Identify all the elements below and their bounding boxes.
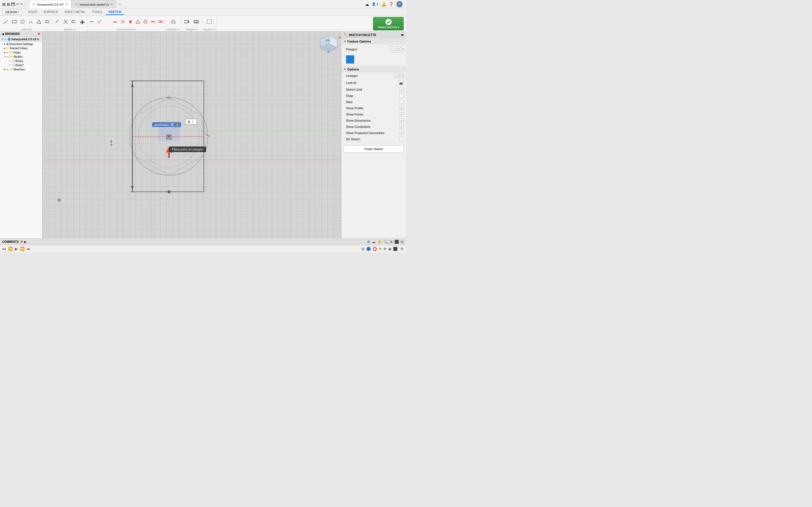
tab-sketch[interactable]: SKETCH bbox=[106, 9, 124, 15]
circle-tool[interactable] bbox=[18, 17, 27, 27]
select-1[interactable] bbox=[205, 17, 214, 27]
line-tool[interactable] bbox=[2, 17, 10, 27]
finish-sketch-palette-btn[interactable]: Finish Sketch bbox=[344, 145, 404, 153]
show-constraints-checkbox[interactable]: ✓ bbox=[400, 125, 404, 129]
comments-expand[interactable]: ▶ bbox=[24, 240, 27, 243]
snap-row[interactable]: Snap bbox=[342, 93, 406, 99]
bodies-eye-icon[interactable]: 👁 bbox=[7, 55, 9, 58]
sketchgrid-checkbox[interactable]: ✓ bbox=[400, 88, 404, 92]
canvas-tool-grid[interactable]: ⊞ bbox=[390, 240, 393, 244]
browser-item-named-views[interactable]: ▶ 📁 Named Views bbox=[0, 46, 42, 50]
status-tool-6[interactable]: ◉ bbox=[388, 247, 391, 251]
show-points-row[interactable]: Show Points ✓ bbox=[342, 111, 406, 117]
linetype-btn-2[interactable] bbox=[399, 73, 404, 78]
app-menu-icon[interactable]: ▤ bbox=[7, 2, 10, 6]
status-settings[interactable]: ⚙ bbox=[400, 247, 404, 251]
tab-sheet-metal[interactable]: SHEET METAL bbox=[61, 9, 88, 15]
view-cube[interactable]: TOP X Z bbox=[317, 34, 340, 56]
app-grid-icon[interactable]: ⊞ bbox=[2, 2, 6, 6]
dim-more-icon[interactable]: ⋮ bbox=[191, 120, 194, 124]
slice-checkbox[interactable] bbox=[400, 100, 404, 104]
playback-start[interactable]: ⏮ bbox=[2, 247, 6, 251]
tab-surface[interactable]: SURFACE bbox=[41, 9, 61, 15]
browser-item-doc-settings[interactable]: ▶ ⚙ Document Settings bbox=[0, 42, 42, 46]
show-dimensions-row[interactable]: Show Dimensions ✓ bbox=[342, 117, 406, 124]
show-projected-checkbox[interactable]: ✓ bbox=[400, 131, 404, 135]
constraint-10[interactable] bbox=[157, 17, 164, 27]
trim-tool[interactable] bbox=[62, 17, 70, 27]
tab-tools[interactable]: TOOLS bbox=[89, 9, 105, 15]
show-constraints-row[interactable]: Show Constraints ✓ bbox=[342, 124, 406, 130]
browser-item-sketches[interactable]: ▶ 👁 📁 Sketches bbox=[0, 67, 42, 71]
move-tool[interactable] bbox=[78, 17, 86, 27]
playback-prev[interactable]: ⏪ bbox=[8, 247, 13, 251]
browser-item-root[interactable]: ▼ 👁 🔷 honeycomb 2.0 v3 ⚙ bbox=[0, 37, 42, 42]
body1-eye-icon[interactable]: 👁 bbox=[8, 60, 11, 62]
status-tool-5[interactable]: ⊕ bbox=[384, 247, 387, 251]
rect-tool[interactable] bbox=[10, 17, 18, 27]
insert-2[interactable]: IMG bbox=[192, 17, 201, 27]
comments-pin[interactable]: 📌 bbox=[20, 240, 23, 243]
history-icon[interactable]: ⋯ bbox=[24, 2, 27, 6]
slice-row[interactable]: Slice bbox=[342, 99, 406, 105]
undo-icon[interactable]: ↩ bbox=[16, 2, 19, 6]
redo-icon[interactable]: ↪ bbox=[20, 2, 22, 6]
feature-options-header[interactable]: ▼ Feature Options bbox=[342, 38, 406, 45]
body2-eye-icon[interactable]: 👁 bbox=[8, 64, 11, 67]
show-profile-checkbox[interactable]: ✓ bbox=[400, 106, 404, 110]
tab2-close[interactable]: ✕ bbox=[110, 3, 113, 6]
triangle-tool[interactable] bbox=[35, 17, 43, 27]
polygon-inscribed-btn[interactable] bbox=[398, 46, 404, 52]
canvas-tool-zoom[interactable]: 🔍 bbox=[384, 240, 388, 244]
arc-tool[interactable] bbox=[27, 17, 35, 27]
user-avatar[interactable]: JP bbox=[396, 1, 403, 7]
origin-eye-icon[interactable]: 👁 bbox=[6, 51, 9, 54]
options-header[interactable]: ▼ Options bbox=[342, 66, 406, 72]
status-tool-4[interactable]: ✕ bbox=[378, 247, 382, 251]
canvas-tool-pan[interactable]: ✋ bbox=[377, 240, 382, 244]
inspect-1[interactable] bbox=[168, 17, 179, 27]
dimension-input[interactable]: 6 ⋮ bbox=[186, 119, 197, 124]
sketches-eye-icon[interactable]: 👁 bbox=[6, 68, 9, 71]
browser-item-body2[interactable]: 👁 ⬜ Body2 bbox=[0, 63, 42, 67]
canvas-tool-view[interactable]: ⊞ bbox=[401, 240, 404, 244]
notification-icon[interactable]: 🔔 bbox=[381, 2, 386, 6]
sketch-3d-row[interactable]: 3D Sketch bbox=[342, 136, 406, 142]
browser-item-body1[interactable]: 👁 ⬜ Body1 bbox=[0, 59, 42, 63]
tab1-close[interactable]: ✕ bbox=[65, 3, 68, 6]
tab-honeycomb-saved[interactable]: ⬡ honeycomb saved v1 ✕ bbox=[71, 0, 116, 8]
snap-checkbox[interactable] bbox=[400, 94, 404, 98]
lookat-btn[interactable]: 📷 bbox=[398, 80, 404, 86]
fillet-tool[interactable] bbox=[54, 17, 61, 27]
canvas-tool-snap[interactable]: ⊕ bbox=[367, 240, 370, 244]
root-settings-icon[interactable]: ⚙ bbox=[37, 38, 39, 41]
rect-center-tool[interactable] bbox=[43, 17, 51, 27]
insert-1[interactable] bbox=[183, 17, 192, 27]
browser-pin-icon[interactable]: 📌 bbox=[37, 33, 40, 36]
tab-honeycomb-active[interactable]: ⬡ honeycomb 2.0 v3* ✕ bbox=[29, 0, 71, 8]
offset-tool[interactable] bbox=[70, 17, 78, 27]
show-projected-row[interactable]: Show Projected Geometries ✓ bbox=[342, 130, 406, 136]
help-icon[interactable]: ❓ bbox=[389, 2, 394, 6]
sketch-3d-checkbox[interactable] bbox=[400, 137, 404, 141]
constraint-5[interactable] bbox=[119, 17, 126, 27]
browser-collapse-icon[interactable]: ◀ bbox=[2, 33, 4, 36]
tab-solid[interactable]: SOLID bbox=[25, 9, 40, 15]
playback-end[interactable]: ⏭ bbox=[27, 247, 31, 251]
polygon-circumscribed-btn[interactable] bbox=[390, 46, 396, 52]
save-icon[interactable]: 💾 bbox=[11, 2, 15, 6]
constraint-4[interactable] bbox=[111, 17, 119, 27]
design-button[interactable]: DESIGN ▾ bbox=[2, 9, 22, 15]
browser-item-origin[interactable]: ▶ 👁 📁 Origin bbox=[0, 50, 42, 55]
polygon-color-swatch[interactable] bbox=[346, 55, 354, 64]
browser-item-bodies[interactable]: ▼ 👁 📁 Bodies bbox=[0, 55, 42, 59]
palette-pin-icon[interactable]: ▶ bbox=[402, 33, 404, 37]
canvas-tool-cloud[interactable]: ☁ bbox=[372, 240, 375, 244]
constraint-7[interactable] bbox=[134, 17, 142, 27]
sketchgrid-row[interactable]: Sketch Grid ✓ bbox=[342, 87, 406, 93]
cloud-icon[interactable]: ☁ bbox=[365, 2, 369, 6]
add-tab-button[interactable]: + bbox=[116, 0, 123, 8]
constraint-9[interactable] bbox=[149, 17, 157, 27]
constraint-2[interactable] bbox=[96, 17, 103, 27]
constraint-1[interactable] bbox=[89, 17, 96, 27]
